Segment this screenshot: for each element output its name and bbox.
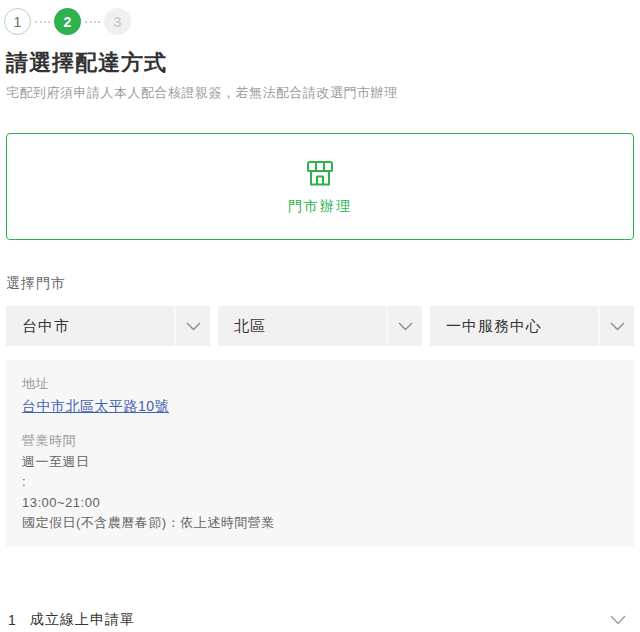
- city-select[interactable]: 台中市: [6, 306, 210, 346]
- district-select[interactable]: 北區: [218, 306, 422, 346]
- city-select-value: 台中市: [22, 317, 70, 336]
- step-connector: [85, 21, 100, 23]
- step-2-indicator: 2: [54, 8, 81, 35]
- page-title: 請選擇配達方式: [6, 48, 634, 78]
- store-selector-dropdowns: 台中市 北區 一中服務中心: [6, 306, 634, 346]
- store-pickup-option-card[interactable]: 門市辦理: [6, 133, 634, 240]
- accordion-item-label: 成立線上申請單: [30, 611, 610, 629]
- store-select-value: 一中服務中心: [446, 317, 542, 336]
- page: 1 2 3 請選擇配達方式 宅配到府須申請人本人配合核證親簽，若無法配合請改選門…: [0, 0, 640, 632]
- page-subtitle: 宅配到府須申請人本人配合核證親簽，若無法配合請改選門市辦理: [6, 84, 634, 102]
- hours-colon: :: [22, 474, 618, 490]
- hours-days: 週一至週日: [22, 454, 618, 470]
- hours-time: 13:00~21:00: [22, 495, 618, 511]
- accordion-item-number: 1: [8, 612, 30, 628]
- step-3-indicator: 3: [104, 8, 131, 35]
- step-1-indicator: 1: [4, 8, 31, 35]
- accordion-item-1[interactable]: 1 成立線上申請單: [6, 600, 634, 632]
- store-selector-label: 選擇門市: [6, 275, 634, 293]
- step-connector: [35, 21, 50, 23]
- stepper: 1 2 3: [4, 8, 634, 35]
- storefront-icon: [304, 157, 336, 189]
- district-select-value: 北區: [234, 317, 266, 336]
- chevron-down-icon: [610, 615, 626, 625]
- hours-holiday-note: 國定假日(不含農曆春節)：依上述時間營業: [22, 515, 618, 531]
- hours-label: 營業時間: [22, 432, 618, 450]
- chevron-down-icon: [174, 306, 210, 346]
- store-address-link[interactable]: 台中市北區太平路10號: [22, 398, 169, 416]
- address-label: 地址: [22, 375, 618, 393]
- process-accordion: 1 成立線上申請單 2 請依通知前往指定門市辦理: [6, 600, 634, 632]
- store-pickup-option-label: 門市辦理: [288, 198, 352, 216]
- chevron-down-icon: [386, 306, 422, 346]
- chevron-down-icon: [598, 306, 634, 346]
- store-select[interactable]: 一中服務中心: [430, 306, 634, 346]
- store-info-panel: 地址 台中市北區太平路10號 營業時間 週一至週日 : 13:00~21:00 …: [6, 360, 634, 547]
